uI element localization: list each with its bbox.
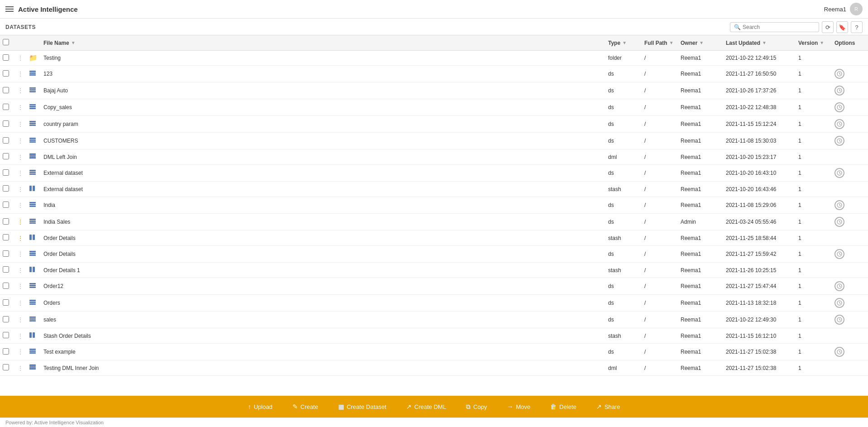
row-checkbox[interactable] — [3, 332, 9, 338]
row-name[interactable]: Order Details 1 — [43, 267, 80, 273]
row-checkbox[interactable] — [3, 283, 9, 289]
row-checkbox[interactable] — [3, 120, 9, 127]
row-name[interactable]: Order Details — [43, 251, 76, 257]
row-name[interactable]: Test example — [43, 349, 76, 355]
row-checkbox[interactable] — [3, 185, 9, 192]
bookmark-button[interactable]: 🔖 — [836, 21, 848, 33]
owner-filter-icon[interactable]: ▼ — [699, 40, 704, 45]
toolbar-move-button[interactable]: →Move — [497, 396, 541, 417]
search-box[interactable]: 🔍 — [730, 22, 820, 32]
row-checkbox[interactable] — [3, 54, 9, 61]
toolbar-create-button[interactable]: ✎Create — [283, 396, 328, 417]
row-name[interactable]: External dataset — [43, 186, 83, 192]
row-name[interactable]: Order12 — [43, 283, 63, 289]
drag-handle-icon[interactable]: ⋮ — [17, 120, 24, 128]
row-checkbox[interactable] — [3, 104, 9, 110]
toolbar-upload-button[interactable]: ↑Upload — [238, 396, 282, 417]
options-history-button[interactable] — [834, 69, 844, 79]
row-checkbox[interactable] — [3, 202, 9, 208]
options-history-button[interactable] — [834, 249, 844, 259]
options-history-button[interactable] — [834, 200, 844, 210]
options-history-button[interactable] — [834, 315, 844, 325]
row-checkbox[interactable] — [3, 364, 9, 370]
refresh-button[interactable]: ⟳ — [822, 21, 834, 33]
row-name[interactable]: country param — [43, 121, 78, 127]
hamburger-menu-icon[interactable] — [5, 6, 14, 12]
drag-handle-icon[interactable]: ⋮ — [17, 250, 24, 258]
row-checkbox-cell — [0, 82, 14, 99]
row-checkbox[interactable] — [3, 250, 9, 257]
row-name[interactable]: Orders — [43, 300, 60, 306]
row-name[interactable]: Copy_sales — [43, 104, 72, 110]
row-name[interactable]: Stash Order Details — [43, 333, 91, 339]
row-type: stash — [608, 186, 621, 192]
row-checkbox[interactable] — [3, 70, 9, 77]
drag-handle-icon[interactable]: ⋮ — [17, 169, 24, 177]
svg-rect-31 — [29, 155, 36, 157]
drag-handle-icon[interactable]: ⋮ — [17, 70, 24, 77]
options-history-button[interactable] — [834, 119, 844, 129]
options-history-button[interactable] — [834, 86, 844, 96]
search-input[interactable] — [743, 24, 815, 30]
drag-handle-icon[interactable]: ⋮ — [17, 299, 24, 307]
drag-handle-icon[interactable]: ⋮ — [17, 104, 24, 111]
row-checkbox[interactable] — [3, 87, 9, 93]
drag-handle-icon[interactable]: ⋮ — [17, 365, 24, 372]
row-name[interactable]: Order Details — [43, 235, 76, 241]
lastupdated-filter-icon[interactable]: ▼ — [762, 40, 767, 45]
toolbar-create-dataset-button[interactable]: ▦Create Dataset — [328, 396, 396, 417]
drag-handle-icon[interactable]: ⋮ — [17, 137, 24, 144]
stash-icon — [29, 235, 36, 242]
toolbar-share-button[interactable]: ↗Share — [586, 396, 630, 417]
options-history-button[interactable] — [834, 281, 844, 291]
row-checkbox[interactable] — [3, 348, 9, 355]
options-history-button[interactable] — [834, 347, 844, 357]
row-name[interactable]: Testing DML Inner Join — [43, 365, 99, 371]
toolbar-copy-button[interactable]: ⧉Copy — [456, 396, 497, 417]
row-checkbox[interactable] — [3, 234, 9, 240]
drag-handle-icon[interactable]: ⋮ — [17, 235, 24, 242]
drag-handle-icon[interactable]: ⋮ — [17, 87, 24, 94]
drag-handle-icon[interactable]: ⋮ — [17, 54, 24, 62]
row-name[interactable]: sales — [43, 317, 56, 323]
drag-handle-icon[interactable]: ⋮ — [17, 348, 24, 355]
help-button[interactable]: ? — [851, 21, 863, 33]
row-checkbox[interactable] — [3, 316, 9, 322]
toolbar-create-dml-button[interactable]: ↗Create DML — [396, 396, 456, 417]
drag-handle-icon[interactable]: ⋮ — [17, 316, 24, 323]
type-filter-icon[interactable]: ▼ — [622, 40, 627, 45]
filename-filter-icon[interactable]: ▼ — [71, 40, 76, 45]
select-all-checkbox[interactable] — [3, 39, 9, 45]
options-history-button[interactable] — [834, 217, 844, 227]
row-checkbox[interactable] — [3, 137, 9, 144]
drag-handle-icon[interactable]: ⋮ — [17, 218, 24, 225]
row-checkbox[interactable] — [3, 218, 9, 225]
drag-handle-icon[interactable]: ⋮ — [17, 154, 24, 161]
row-checkbox[interactable] — [3, 299, 9, 306]
row-name[interactable]: CUSTOMERS — [43, 138, 78, 144]
row-name[interactable]: Bajaj Auto — [43, 87, 68, 94]
row-checkbox[interactable] — [3, 266, 9, 273]
row-name[interactable]: India Sales — [43, 219, 70, 225]
drag-handle-icon[interactable]: ⋮ — [17, 267, 24, 274]
fullpath-filter-icon[interactable]: ▼ — [669, 40, 674, 45]
version-filter-icon[interactable]: ▼ — [820, 40, 824, 45]
row-name[interactable]: External dataset — [43, 170, 83, 176]
row-name[interactable]: DML Left Join — [43, 154, 77, 160]
options-history-button[interactable] — [834, 136, 844, 146]
row-checkbox[interactable] — [3, 169, 9, 176]
drag-handle-icon[interactable]: ⋮ — [17, 186, 24, 193]
row-name[interactable]: 123 — [43, 71, 53, 77]
drag-handle-icon[interactable]: ⋮ — [17, 202, 24, 209]
user-avatar[interactable]: R — [850, 3, 863, 15]
row-name[interactable]: India — [43, 202, 55, 208]
toolbar-delete-button[interactable]: 🗑Delete — [540, 396, 586, 417]
options-history-button[interactable] — [834, 168, 844, 178]
drag-handle-icon[interactable]: ⋮ — [17, 283, 24, 290]
footer-text: Powered by: Active Intelligence Visualiz… — [5, 420, 104, 425]
drag-handle-icon[interactable]: ⋮ — [17, 332, 24, 340]
row-checkbox[interactable] — [3, 153, 9, 159]
options-history-button[interactable] — [834, 102, 844, 112]
options-history-button[interactable] — [834, 298, 844, 308]
row-name[interactable]: Testing — [43, 55, 61, 61]
